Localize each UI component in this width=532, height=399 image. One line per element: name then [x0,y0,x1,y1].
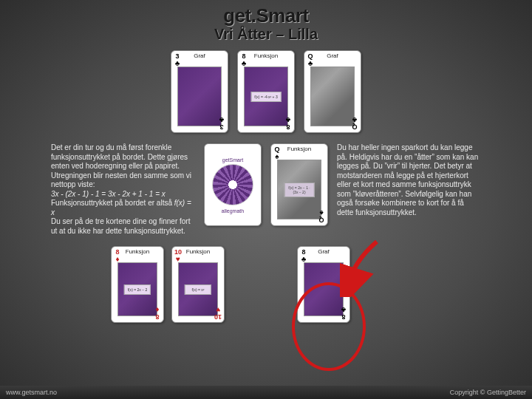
card-8-clubs: 8♣ Funksjon f(x) = -4·x² + 3 8♣ [237,50,295,133]
function-expression: f(x) = 2x − 2 [124,284,151,295]
footer-bar: www.getsmart.no Copyright © GettingBette… [0,386,532,399]
function-expression: f(x) = 2x − 1 · (3x − 2) [284,183,315,197]
card-3-clubs: 3♣ Graf 3♣ [171,50,228,133]
logo-text-bottom: allegmath [222,208,244,214]
card-row-hand: 8♦ Funksjon f(x) = 2x − 2 8♦ 10♥ Funksjo… [0,246,532,323]
card-8-diamonds: 8♦ Funksjon f(x) = 2x − 2 8♦ [111,246,164,323]
function-expression: f(x) = x² [185,284,211,295]
explanation-right: Du har heller ingen sparkort du kan legg… [337,143,481,217]
card-func-area: f(x) = -4·x² + 3 [244,66,288,126]
title-sub: Vri Åtter – Lilla [0,26,532,43]
card-10-hearts: 10♥ Funksjon f(x) = x² 10♥ [171,246,225,323]
card-row-top: 3♣ Graf 3♣ 8♣ Funksjon f(x) = -4·x² + 3 … [0,50,532,133]
explanation-left: Det er din tur og du må først forenkle f… [51,143,195,236]
card-q-spades: Q♠ Funksjon f(x) = 2x − 1 · (3x − 2) Q♠ [270,143,328,226]
card-graph-area [177,66,222,126]
logo-text-top: getSmart [222,157,243,163]
function-expression: f(x) = -4·x² + 3 [251,92,282,102]
card-graph-area [304,262,344,316]
deck-back-card: getSmart allegmath [204,143,262,226]
card-graph-area [310,66,355,126]
middle-row: Det er din tur og du må først forenkle f… [0,143,532,236]
spirograph-icon [212,164,253,205]
card-8-clubs-hand: 8♣ Graf 8♣ [297,246,350,323]
title-main: get.Smart [0,4,532,27]
card-q-clubs: Q♣ Graf Q♣ [304,50,361,133]
page-title: get.Smart Vri Åtter – Lilla [0,0,532,43]
equation: 3x - (2x - 1) - 1 = 3x - 2x + 1 - 1 = x [51,190,166,198]
footer-url: www.getsmart.no [6,389,57,396]
footer-copyright: Copyright © GettingBetter [450,389,526,396]
card-func-area: f(x) = 2x − 1 · (3x − 2) [277,160,321,219]
